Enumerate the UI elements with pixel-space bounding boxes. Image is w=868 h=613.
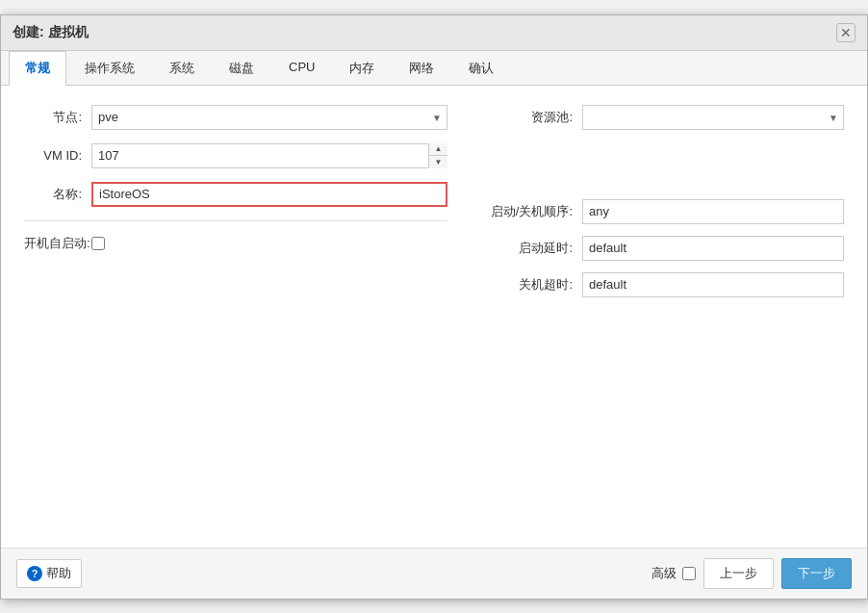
vmid-label: VM ID: [24,148,91,163]
startup-order-row: 启动/关机顺序: [486,199,844,224]
name-label: 名称: [24,186,91,203]
resource-pool-row: 资源池: ▼ [486,105,844,130]
resource-pool-select[interactable] [582,105,844,130]
help-icon: ? [27,566,42,581]
help-button[interactable]: ? 帮助 [16,559,82,588]
node-row: 节点: pve ▼ [24,105,447,130]
vmid-spinner-wrapper: ▲ ▼ [91,143,447,168]
boot-label: 开机自启动: [24,235,91,252]
boot-checkbox-wrapper [91,237,105,250]
close-icon: ✕ [840,25,852,40]
footer-right: 高级 上一步 下一步 [651,558,852,589]
tab-bar: 常规 操作系统 系统 磁盘 CPU 内存 网络 确认 [1,51,867,86]
tab-disk[interactable]: 磁盘 [213,51,270,85]
tab-general[interactable]: 常规 [9,51,66,86]
vmid-input[interactable] [91,143,447,168]
close-button[interactable]: ✕ [836,23,855,42]
resource-pool-select-wrapper: ▼ [582,105,844,130]
dialog-title: 创建: 虚拟机 [13,24,89,41]
shutdown-input[interactable] [582,272,844,297]
resource-pool-label: 资源池: [486,109,582,126]
startup-delay-input[interactable] [582,236,844,261]
tab-confirm[interactable]: 确认 [452,51,510,85]
boot-checkbox[interactable] [91,237,105,250]
footer-left: ? 帮助 [16,559,82,588]
node-select-wrapper: pve ▼ [91,105,447,130]
vmid-increment-button[interactable]: ▲ [429,143,447,157]
tab-cpu[interactable]: CPU [272,51,331,85]
startup-delay-row: 启动延时: [486,236,844,261]
vmid-decrement-button[interactable]: ▼ [429,156,447,168]
tab-os[interactable]: 操作系统 [68,51,151,85]
startup-order-input[interactable] [582,199,844,224]
next-button[interactable]: 下一步 [781,558,852,589]
vmid-row: VM ID: ▲ ▼ [24,143,447,168]
tab-memory[interactable]: 内存 [333,51,391,85]
dialog-footer: ? 帮助 高级 上一步 下一步 [1,548,867,599]
dialog-header: 创建: 虚拟机 ✕ [1,15,867,51]
create-vm-dialog: 创建: 虚拟机 ✕ 常规 操作系统 系统 磁盘 CPU 内存 网络 确认 [0,14,868,600]
form-section: 节点: pve ▼ VM ID: ▲ ▼ [24,105,844,309]
form-left: 节点: pve ▼ VM ID: ▲ ▼ [24,105,447,309]
tab-system[interactable]: 系统 [153,51,211,85]
previous-button[interactable]: 上一步 [703,558,774,589]
shutdown-label: 关机超时: [486,276,582,294]
divider [24,220,447,221]
dialog-body: 节点: pve ▼ VM ID: ▲ ▼ [1,86,867,548]
spacer [486,141,844,199]
boot-row: 开机自启动: [24,235,447,252]
name-row: 名称: [24,182,447,207]
tab-network[interactable]: 网络 [393,51,450,85]
name-input[interactable] [91,182,447,207]
vmid-spinner-buttons: ▲ ▼ [428,143,447,168]
node-select[interactable]: pve [91,105,447,130]
shutdown-row: 关机超时: [486,272,844,297]
advanced-checkbox[interactable] [682,567,696,580]
startup-delay-label: 启动延时: [486,240,582,257]
advanced-area: 高级 [651,565,696,582]
advanced-label: 高级 [651,565,677,582]
node-label: 节点: [24,109,91,126]
form-right: 资源池: ▼ 启动/关机顺序: 启动延时: [486,105,844,309]
startup-order-label: 启动/关机顺序: [486,203,582,220]
help-label: 帮助 [46,565,71,582]
